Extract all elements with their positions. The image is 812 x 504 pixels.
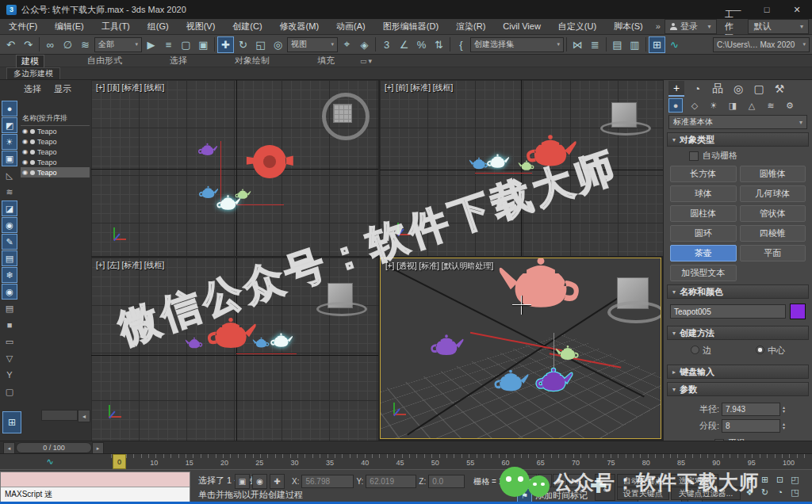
selection-filter-button[interactable]: 选定对象 xyxy=(671,474,718,487)
explorer-hscrollbar[interactable] xyxy=(41,410,78,421)
rollout-parameters[interactable]: ▾ 参数 xyxy=(667,382,809,396)
time-forward-icon[interactable]: ▸ xyxy=(92,442,104,454)
viewcube-ring[interactable] xyxy=(600,121,651,136)
select-place-icon[interactable]: ◎ xyxy=(270,36,286,53)
viewcube-ring[interactable] xyxy=(316,302,367,316)
teapot-green[interactable] xyxy=(555,344,580,365)
spinner-snap-icon[interactable]: ⇅ xyxy=(431,36,447,53)
menu-item[interactable]: 文件(F) xyxy=(0,19,46,34)
teapot-red-top[interactable] xyxy=(243,137,296,186)
display-tab[interactable]: ▢ xyxy=(751,81,767,97)
rollout-keyboard-entry[interactable]: ▸ 键盘输入 xyxy=(667,365,809,379)
viewport-left[interactable]: [+] [左] [标准] [线框] xyxy=(91,258,378,441)
orbit-icon[interactable]: ↻ xyxy=(757,486,772,498)
select-by-name-icon[interactable]: ≡ xyxy=(160,36,177,53)
menu-overflow-icon[interactable]: » xyxy=(652,19,665,34)
workspace-dropdown[interactable]: 默认 ▾ xyxy=(748,19,809,34)
eye-icon[interactable]: ◉ xyxy=(22,158,28,166)
object-type-button[interactable]: 圆柱体 xyxy=(670,205,737,222)
teapot-selected[interactable] xyxy=(485,153,510,172)
cameras-filter-icon[interactable]: ▣ xyxy=(2,151,17,166)
render-dot-icon[interactable] xyxy=(30,139,35,144)
lights-category[interactable]: ☀ xyxy=(707,98,721,113)
systems-category[interactable]: ⚙ xyxy=(783,98,797,113)
menu-item[interactable]: 图形编辑器(D) xyxy=(374,19,447,34)
fov-icon[interactable]: ◔ xyxy=(772,486,787,498)
ribbon-tab[interactable]: 选择 xyxy=(165,55,192,67)
bones-filter-icon[interactable]: ◉ xyxy=(2,217,17,233)
object-type-button[interactable]: 圆锥体 xyxy=(740,166,806,182)
zoom-region-icon[interactable]: ◰ xyxy=(787,473,802,486)
explorer-row[interactable]: ◉ Teapo xyxy=(21,136,90,147)
radius-spinner[interactable]: ▴▾ xyxy=(783,406,785,414)
ribbon-tab[interactable]: 填充 xyxy=(312,55,339,67)
object-type-button[interactable]: 四棱锥 xyxy=(740,225,806,242)
object-name-field[interactable]: Teapot005 xyxy=(670,304,786,319)
menu-item[interactable]: Civil View xyxy=(494,19,549,34)
reference-coordinate-dropdown[interactable]: 视图▾ xyxy=(287,37,338,52)
object-type-button[interactable]: 管状体 xyxy=(740,205,806,222)
teapot-selected[interactable] xyxy=(269,332,293,351)
hierarchy-tab[interactable]: 品 xyxy=(710,81,726,97)
absolute-offset-icon[interactable]: ✚ xyxy=(270,474,285,489)
radius-field[interactable]: 7.943 xyxy=(722,403,780,416)
create-tab[interactable]: + xyxy=(668,81,684,97)
set-key-button[interactable]: 设置关键点 xyxy=(617,487,669,500)
named-selection-set-dropdown[interactable]: 创建选择集▾ xyxy=(470,37,564,52)
viewcube-ring[interactable] xyxy=(607,301,661,323)
angle-snap-icon[interactable]: ∠ xyxy=(396,36,412,53)
ribbon-tab[interactable]: 建模 xyxy=(16,55,44,67)
mini-curve-editor-icon[interactable]: ∿ xyxy=(44,456,56,467)
explorer-row[interactable]: ◉ Teapo xyxy=(21,157,90,167)
hidden-filter-icon[interactable]: ◉ xyxy=(2,284,17,300)
motion-tab[interactable]: ◎ xyxy=(730,81,746,97)
render-dot-icon[interactable] xyxy=(30,160,35,165)
geometry-category[interactable]: ● xyxy=(668,98,683,113)
key-filters-button[interactable]: 关键点过滤器... xyxy=(671,487,741,500)
isolate-selection-icon[interactable]: ▣ xyxy=(235,474,250,489)
zoom-extents-icon[interactable]: ⊡ xyxy=(772,473,787,486)
teapot-red-left[interactable] xyxy=(204,315,258,357)
time-back-icon[interactable]: ◂ xyxy=(3,442,15,454)
layers-list-icon[interactable]: ▤ xyxy=(2,300,17,316)
zoom-icon[interactable]: ⊕ xyxy=(742,473,757,486)
eye-icon[interactable]: ◉ xyxy=(22,138,28,145)
materials-filter-icon[interactable]: ◪ xyxy=(2,200,17,216)
viewport-front-label[interactable]: [+] [前] [标准] [线框] xyxy=(385,82,453,94)
teapot-purple[interactable] xyxy=(185,337,204,351)
project-folder-dropdown[interactable]: C:\Users\… Max 2020▾ xyxy=(713,37,810,52)
viewport-left-label[interactable]: [+] [左] [标准] [线框] xyxy=(96,260,164,271)
menu-item[interactable]: 视图(V) xyxy=(178,19,224,34)
rollout-creation-method[interactable]: ▾ 创建方法 xyxy=(667,326,809,340)
menu-item[interactable]: 组(G) xyxy=(139,19,178,34)
ribbon-config-icon[interactable]: ▭▾ xyxy=(360,57,372,65)
helpers-category[interactable]: △ xyxy=(745,98,759,113)
unlink-selection-icon[interactable]: ∅ xyxy=(59,36,76,53)
select-scale-icon[interactable]: ◱ xyxy=(252,36,269,53)
named-selection-sets-icon[interactable]: { xyxy=(453,36,469,53)
pan-icon[interactable]: ❖ xyxy=(742,486,757,498)
maxscript-input-row[interactable]: MAXScript 迷 xyxy=(1,487,190,502)
maxscript-mini-listener[interactable]: MAXScript 迷 xyxy=(0,472,190,503)
ribbon-toggle-icon[interactable]: ⊞ xyxy=(649,36,665,53)
maximize-viewport-icon[interactable]: ◳ xyxy=(787,486,802,498)
render-dot-icon[interactable] xyxy=(30,129,35,134)
menu-item[interactable]: 创建(C) xyxy=(224,19,270,34)
window-crossing-icon[interactable]: ▣ xyxy=(195,36,212,53)
explorer-column-header[interactable]: 名称(按升序排 xyxy=(21,112,90,126)
pencil-edit-icon[interactable]: ✎ xyxy=(2,234,17,250)
segments-spinner[interactable]: ▴▾ xyxy=(783,422,785,430)
select-move-icon[interactable]: ✚ xyxy=(217,36,234,53)
object-type-button[interactable]: 球体 xyxy=(670,185,737,202)
viewport-top[interactable]: [+] [顶] [标准] [线框] xyxy=(91,80,378,256)
viewport-top-label[interactable]: [+] [顶] [标准] [线框] xyxy=(96,82,164,94)
x-coordinate-field[interactable]: 56.798 xyxy=(301,475,354,488)
object-type-button[interactable]: 加强型文本 xyxy=(670,265,737,281)
teapot-purple-selected[interactable] xyxy=(534,366,573,398)
object-type-button[interactable]: 茶壶 xyxy=(670,245,737,262)
select-object-icon[interactable]: ▶ xyxy=(143,36,159,53)
filter-funnel-icon[interactable]: ▽ xyxy=(2,350,17,366)
shapes-filter-icon[interactable]: ◩ xyxy=(2,117,17,133)
rollout-object-type[interactable]: ▾ 对象类型 xyxy=(667,132,809,147)
render-dot-icon[interactable] xyxy=(30,150,35,155)
